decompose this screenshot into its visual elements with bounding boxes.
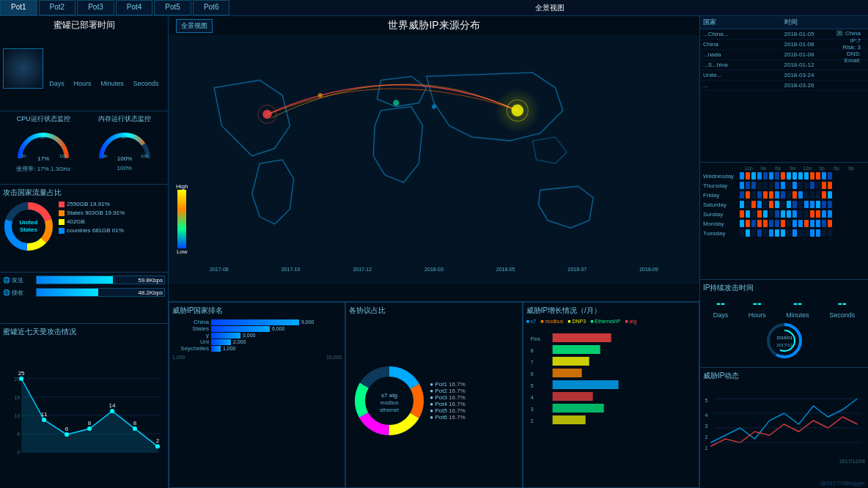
- heatmap-cells: [740, 220, 832, 227]
- heatmap-cell: [810, 210, 814, 218]
- map-legend: High Low: [176, 183, 188, 255]
- svg-text:25: 25: [14, 377, 20, 382]
- watermark: @51CTOBlogger: [820, 480, 865, 487]
- table-row: ... 2018-03-26: [700, 81, 868, 91]
- heatmap-cell: [746, 229, 750, 237]
- heatmap-cell: [740, 229, 744, 237]
- heatmap-cell: [769, 220, 773, 227]
- traffic-legend-item: 402GB: [59, 218, 165, 225]
- heatmap-cell: [769, 229, 773, 237]
- svg-rect-61: [552, 357, 589, 366]
- heatmap-cell: [810, 172, 814, 180]
- heatmap-cells: [740, 182, 832, 189]
- heatmap-cell: [781, 220, 785, 227]
- time-cell: 2018-03-26: [784, 82, 866, 89]
- svg-text:11: 11: [41, 411, 48, 418]
- svg-text:6: 6: [530, 371, 533, 377]
- country-cell: ...: [703, 82, 784, 89]
- tab-pot3[interactable]: Pot3: [77, 0, 114, 15]
- legend-pot1: ● Pot1 16.7%: [430, 381, 465, 388]
- detail-ip: IP:7: [836, 37, 861, 44]
- protocol-donut: s7 atg modbus ethernet: [349, 361, 430, 441]
- heatmap-cell: [763, 201, 768, 208]
- heatmap-cell: [798, 172, 803, 180]
- heatmap-time-label: 3p: [814, 166, 829, 171]
- net-recv-value: 48.2Kbps: [138, 289, 163, 297]
- svg-text:6: 6: [17, 432, 20, 437]
- heatmap-cell: [816, 210, 820, 218]
- attack-7day-section: 蜜罐近七天受攻击情况 061319252511681482: [0, 324, 168, 488]
- timeline-date: 2017-12: [353, 267, 372, 272]
- heatmap-cell: [787, 220, 791, 227]
- svg-text:100: 100: [59, 154, 67, 158]
- tab-pot5[interactable]: Pot5: [154, 0, 191, 15]
- heatmap-time-label: 9p: [844, 166, 858, 171]
- svg-text:ethernet: ethernet: [380, 407, 399, 413]
- svg-point-37: [133, 426, 137, 431]
- rank-value: 9,000: [301, 319, 315, 325]
- svg-text:17%: 17%: [37, 155, 49, 162]
- heatmap-cell: [810, 191, 814, 199]
- net-recv-label: 接收: [12, 289, 23, 296]
- svg-point-47: [432, 104, 436, 108]
- heatmap-cell: [775, 229, 779, 237]
- heatmap-cell: [816, 201, 820, 208]
- net-speed-section: 🌐 发送 59.8Kbps 🌐 接收 48.2Kbps: [0, 273, 168, 324]
- heatmap-cell: [775, 210, 779, 218]
- heatmap-cell: [804, 229, 809, 237]
- tab-pot2[interactable]: Pot2: [39, 0, 76, 15]
- heatmap-cells: [740, 210, 832, 218]
- heatmap-cell: [746, 201, 750, 208]
- svg-text:7: 7: [530, 360, 533, 365]
- detail-dns: DNS:: [836, 51, 861, 57]
- tab-pot4[interactable]: Pot4: [116, 0, 153, 15]
- rank-bar: [211, 339, 231, 345]
- tab-pot6[interactable]: Pot6: [193, 0, 230, 15]
- tab-pot1[interactable]: Pot1: [0, 0, 37, 15]
- heatmap-cell: [781, 229, 785, 237]
- rank-label: States: [172, 325, 209, 332]
- world-map-bg: High Low 2017-082017-102017-122018-03201…: [169, 35, 699, 284]
- country-cell: Unite...: [703, 72, 784, 78]
- heatmap-cell: [781, 201, 785, 208]
- svg-rect-16: [59, 228, 65, 234]
- net-send-item: 🌐 发送 59.8Kbps: [3, 276, 165, 284]
- rank-bar: [211, 333, 240, 339]
- heatmap-cells: [740, 229, 832, 237]
- country-cell: ...nada: [703, 51, 784, 58]
- svg-text:2: 2: [705, 435, 708, 440]
- heatmap-cell: [757, 229, 762, 237]
- ip-timer-values: -- Days -- Hours -- Minutes -- Seconds: [703, 296, 865, 319]
- heatmap-cell: [810, 229, 814, 237]
- bottom-center: 威胁IP国家排名 China 9,000 States 6,000 y 3,00…: [169, 302, 699, 488]
- heatmap-cell: [757, 172, 762, 180]
- heatmap-cell: [792, 172, 797, 180]
- heatmap-cell: [775, 201, 779, 208]
- heatmap-cell: [810, 201, 814, 208]
- heatmap-cell: [787, 229, 791, 237]
- rank-value: 6,000: [272, 326, 285, 331]
- country-cell: China: [703, 41, 784, 48]
- heatmap-cell: [751, 210, 756, 218]
- country-cell: ...S...hina: [703, 62, 784, 68]
- svg-text:2: 2: [530, 418, 533, 424]
- svg-rect-13: [59, 202, 65, 207]
- heatmap-cell: [810, 220, 814, 227]
- heatmap-time-label: 3a: [756, 166, 770, 171]
- heatmap-cell: [787, 191, 791, 199]
- svg-text:13: 13: [14, 413, 20, 418]
- svg-text:50: 50: [40, 135, 45, 139]
- heatmap-day-label: Thursday: [703, 182, 740, 189]
- heatmap-cell: [775, 182, 779, 189]
- heatmap-cell: [804, 191, 809, 199]
- rank-value: 3,000: [243, 333, 256, 338]
- threat-rank-item: China 9,000: [172, 319, 342, 325]
- heatmap-cell: [787, 182, 791, 189]
- svg-rect-41: [169, 42, 699, 278]
- heatmap-cell: [763, 229, 768, 237]
- timeline-dots: 2017-082017-102017-122018-032018-052018-…: [169, 265, 699, 273]
- heatmap-time-label: 12p: [741, 166, 756, 171]
- overview-button[interactable]: 全景视图: [176, 19, 213, 33]
- heatmap-day-label: Friday: [703, 192, 740, 199]
- threat-rank-chart: China 9,000 States 6,000 y 3,000 Uni 2,0…: [172, 319, 342, 352]
